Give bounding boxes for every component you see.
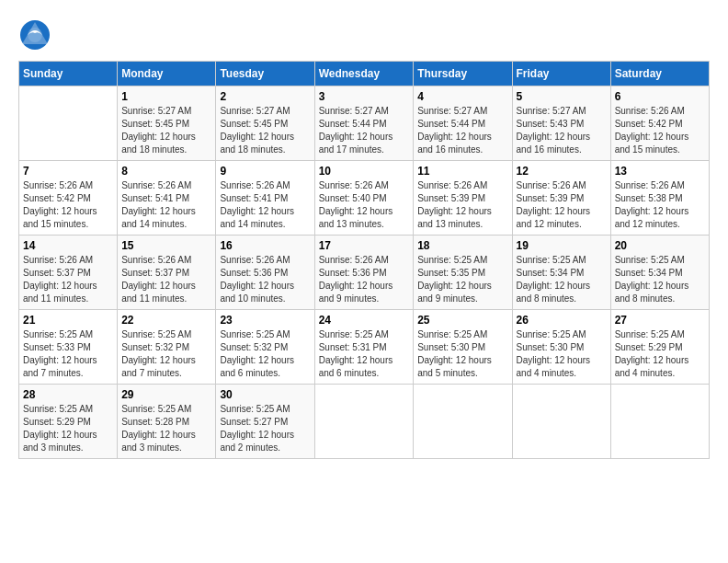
calendar-cell: 5Sunrise: 5:27 AM Sunset: 5:43 PM Daylig… [512,86,610,161]
day-number: 24 [319,314,410,327]
day-info: Sunrise: 5:25 AM Sunset: 5:34 PM Dayligh… [517,254,607,305]
calendar-cell: 3Sunrise: 5:27 AM Sunset: 5:44 PM Daylig… [314,86,414,161]
day-number: 3 [319,90,410,103]
day-number: 14 [23,239,113,252]
day-number: 2 [220,90,310,103]
day-number: 27 [615,314,705,327]
calendar-cell: 20Sunrise: 5:25 AM Sunset: 5:34 PM Dayli… [610,236,709,310]
day-number: 10 [319,165,410,178]
day-number: 9 [220,165,310,178]
day-number: 7 [23,165,113,178]
day-info: Sunrise: 5:27 AM Sunset: 5:44 PM Dayligh… [319,105,410,156]
calendar-cell: 23Sunrise: 5:25 AM Sunset: 5:32 PM Dayli… [216,310,314,385]
day-info: Sunrise: 5:25 AM Sunset: 5:33 PM Dayligh… [23,328,113,380]
day-info: Sunrise: 5:26 AM Sunset: 5:38 PM Dayligh… [615,179,705,231]
calendar-cell: 1Sunrise: 5:27 AM Sunset: 5:45 PM Daylig… [118,86,216,161]
day-number: 25 [417,314,507,327]
day-info: Sunrise: 5:25 AM Sunset: 5:28 PM Dayligh… [121,403,211,454]
calendar-cell: 16Sunrise: 5:26 AM Sunset: 5:36 PM Dayli… [216,236,314,310]
day-info: Sunrise: 5:25 AM Sunset: 5:32 PM Dayligh… [121,328,211,380]
calendar-cell: 2Sunrise: 5:27 AM Sunset: 5:45 PM Daylig… [216,86,314,161]
day-number: 21 [23,314,113,327]
calendar-week-row: 14Sunrise: 5:26 AM Sunset: 5:37 PM Dayli… [19,236,710,310]
logo [18,18,55,52]
calendar-cell: 25Sunrise: 5:25 AM Sunset: 5:30 PM Dayli… [414,310,512,385]
day-info: Sunrise: 5:26 AM Sunset: 5:37 PM Dayligh… [23,254,113,305]
day-info: Sunrise: 5:26 AM Sunset: 5:42 PM Dayligh… [615,105,705,156]
calendar-cell: 24Sunrise: 5:25 AM Sunset: 5:31 PM Dayli… [314,310,414,385]
day-info: Sunrise: 5:26 AM Sunset: 5:39 PM Dayligh… [517,179,607,231]
day-of-week-header: Tuesday [216,62,314,86]
day-info: Sunrise: 5:25 AM Sunset: 5:32 PM Dayligh… [220,328,310,380]
day-number: 23 [220,314,310,327]
day-of-week-header: Saturday [610,62,709,86]
page-header [18,18,710,52]
calendar-header-row: SundayMondayTuesdayWednesdayThursdayFrid… [19,62,710,86]
day-of-week-header: Sunday [19,62,118,86]
day-info: Sunrise: 5:26 AM Sunset: 5:41 PM Dayligh… [121,179,211,231]
day-number: 17 [319,239,410,252]
day-info: Sunrise: 5:27 AM Sunset: 5:45 PM Dayligh… [220,105,310,156]
calendar-cell: 8Sunrise: 5:26 AM Sunset: 5:41 PM Daylig… [118,161,216,236]
day-of-week-header: Friday [512,62,610,86]
calendar-cell: 29Sunrise: 5:25 AM Sunset: 5:28 PM Dayli… [118,385,216,459]
day-info: Sunrise: 5:25 AM Sunset: 5:27 PM Dayligh… [220,403,310,454]
day-info: Sunrise: 5:26 AM Sunset: 5:40 PM Dayligh… [319,179,410,231]
calendar-cell: 28Sunrise: 5:25 AM Sunset: 5:29 PM Dayli… [19,385,118,459]
day-number: 16 [220,239,310,252]
day-info: Sunrise: 5:25 AM Sunset: 5:30 PM Dayligh… [417,328,507,380]
calendar-cell: 4Sunrise: 5:27 AM Sunset: 5:44 PM Daylig… [414,86,512,161]
day-info: Sunrise: 5:25 AM Sunset: 5:31 PM Dayligh… [319,328,410,380]
day-info: Sunrise: 5:25 AM Sunset: 5:35 PM Dayligh… [417,254,507,305]
day-number: 5 [517,90,607,103]
day-info: Sunrise: 5:26 AM Sunset: 5:37 PM Dayligh… [121,254,211,305]
day-number: 4 [417,90,507,103]
logo-icon [18,18,51,52]
calendar-cell: 12Sunrise: 5:26 AM Sunset: 5:39 PM Dayli… [512,161,610,236]
day-info: Sunrise: 5:27 AM Sunset: 5:44 PM Dayligh… [417,105,507,156]
calendar-cell [512,385,610,459]
calendar-cell [19,86,118,161]
day-of-week-header: Wednesday [314,62,414,86]
day-number: 15 [121,239,211,252]
day-number: 19 [517,239,607,252]
day-number: 8 [121,165,211,178]
day-info: Sunrise: 5:27 AM Sunset: 5:43 PM Dayligh… [517,105,607,156]
day-number: 26 [517,314,607,327]
calendar-cell: 18Sunrise: 5:25 AM Sunset: 5:35 PM Dayli… [414,236,512,310]
calendar-cell: 14Sunrise: 5:26 AM Sunset: 5:37 PM Dayli… [19,236,118,310]
day-info: Sunrise: 5:26 AM Sunset: 5:42 PM Dayligh… [23,179,113,231]
calendar-cell: 27Sunrise: 5:25 AM Sunset: 5:29 PM Dayli… [610,310,709,385]
calendar-cell: 10Sunrise: 5:26 AM Sunset: 5:40 PM Dayli… [314,161,414,236]
calendar-cell: 19Sunrise: 5:25 AM Sunset: 5:34 PM Dayli… [512,236,610,310]
day-info: Sunrise: 5:26 AM Sunset: 5:41 PM Dayligh… [220,179,310,231]
calendar-cell: 7Sunrise: 5:26 AM Sunset: 5:42 PM Daylig… [19,161,118,236]
day-info: Sunrise: 5:26 AM Sunset: 5:39 PM Dayligh… [417,179,507,231]
calendar-cell [610,385,709,459]
calendar-cell: 17Sunrise: 5:26 AM Sunset: 5:36 PM Dayli… [314,236,414,310]
calendar-cell: 22Sunrise: 5:25 AM Sunset: 5:32 PM Dayli… [118,310,216,385]
calendar-cell: 11Sunrise: 5:26 AM Sunset: 5:39 PM Dayli… [414,161,512,236]
calendar-week-row: 21Sunrise: 5:25 AM Sunset: 5:33 PM Dayli… [19,310,710,385]
calendar-cell: 13Sunrise: 5:26 AM Sunset: 5:38 PM Dayli… [610,161,709,236]
calendar-cell: 9Sunrise: 5:26 AM Sunset: 5:41 PM Daylig… [216,161,314,236]
day-number: 30 [220,388,310,401]
day-info: Sunrise: 5:25 AM Sunset: 5:29 PM Dayligh… [615,328,705,380]
day-number: 29 [121,388,211,401]
calendar-cell: 15Sunrise: 5:26 AM Sunset: 5:37 PM Dayli… [118,236,216,310]
calendar-cell: 21Sunrise: 5:25 AM Sunset: 5:33 PM Dayli… [19,310,118,385]
calendar-week-row: 7Sunrise: 5:26 AM Sunset: 5:42 PM Daylig… [19,161,710,236]
day-number: 11 [417,165,507,178]
calendar-week-row: 28Sunrise: 5:25 AM Sunset: 5:29 PM Dayli… [19,385,710,459]
day-number: 22 [121,314,211,327]
day-number: 12 [517,165,607,178]
day-of-week-header: Thursday [414,62,512,86]
day-info: Sunrise: 5:25 AM Sunset: 5:30 PM Dayligh… [517,328,607,380]
day-info: Sunrise: 5:25 AM Sunset: 5:29 PM Dayligh… [23,403,113,454]
day-number: 28 [23,388,113,401]
day-number: 18 [417,239,507,252]
calendar-cell [314,385,414,459]
calendar-table: SundayMondayTuesdayWednesdayThursdayFrid… [18,61,710,459]
day-number: 20 [615,239,705,252]
calendar-week-row: 1Sunrise: 5:27 AM Sunset: 5:45 PM Daylig… [19,86,710,161]
